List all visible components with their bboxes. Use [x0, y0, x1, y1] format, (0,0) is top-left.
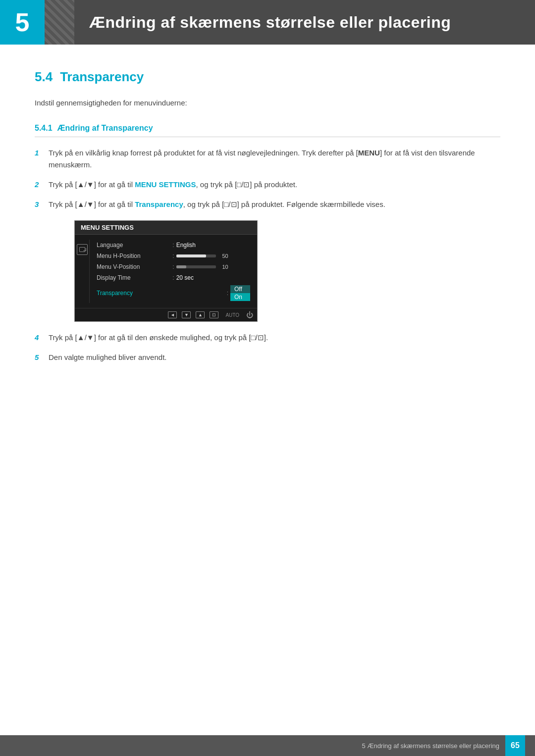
label-language: Language: [97, 242, 170, 249]
label-displaytime: Display Time: [97, 274, 170, 281]
steps-list-continued: 4 Tryk på [▲/▼] for at gå til den ønsked…: [35, 332, 500, 363]
label-transparency: Transparency: [97, 290, 225, 297]
menu-sidebar-icon: [77, 244, 88, 255]
section-title: Transparency: [60, 69, 144, 85]
transparency-dropdown: Off On: [230, 285, 250, 301]
footer-page-number: 65: [505, 735, 525, 756]
menu-title-text: MENU SETTINGS: [81, 224, 134, 231]
monitor-screenshot: MENU SETTINGS Language : English Menu: [74, 220, 258, 322]
footer-text: 5 Ændring af skærmens størrelse eller pl…: [362, 742, 499, 750]
step-4: 4 Tryk på [▲/▼] for at gå til den ønsked…: [35, 332, 500, 344]
section-heading: 5.4 Transparency: [35, 69, 500, 85]
step-3-number: 3: [35, 199, 49, 210]
step-1-text: Tryk på en vilkårlig knap forrest på pro…: [49, 147, 500, 171]
value-displaytime: 20 sec: [176, 274, 250, 281]
bar-fill-vposition: [176, 265, 186, 268]
subsection-title: Ændring af Transparency: [57, 124, 153, 133]
steps-list: 1 Tryk på en vilkårlig knap forrest på p…: [35, 147, 500, 210]
step-1-number: 1: [35, 147, 49, 159]
menu-bottom-bar: ◄ ▼ ▲ ⊡ AUTO ⏻: [75, 308, 257, 321]
bar-vposition: 10: [176, 264, 250, 270]
step-5-number: 5: [35, 352, 49, 363]
bar-fill-hposition: [176, 254, 206, 257]
bar-track-vposition: [176, 265, 216, 268]
chapter-title: Ændring af skærmens størrelse eller plac…: [89, 13, 451, 32]
label-hposition: Menu H-Position: [97, 252, 170, 259]
chapter-header: 5 Ændring af skærmens størrelse eller pl…: [0, 0, 535, 45]
btn-enter: ⊡: [210, 311, 218, 318]
btn-up: ▲: [196, 311, 205, 318]
menu-row-hposition: Menu H-Position : 50: [94, 251, 253, 261]
btn-down: ▼: [182, 311, 191, 318]
value-language: English: [176, 242, 250, 249]
step-5: 5 Den valgte mulighed bliver anvendt.: [35, 352, 500, 363]
step-5-text: Den valgte mulighed bliver anvendt.: [49, 352, 166, 363]
btn-left: ◄: [168, 311, 177, 318]
subsection-number: 5.4.1: [35, 124, 53, 133]
menu-row-vposition: Menu V-Position : 10: [94, 261, 253, 272]
bar-track-hposition: [176, 254, 216, 257]
menu-title-bar: MENU SETTINGS: [75, 221, 257, 235]
step-3: 3 Tryk på [▲/▼] for at gå til Transparen…: [35, 199, 500, 210]
step-4-number: 4: [35, 332, 49, 344]
step-2: 2 Tryk på [▲/▼] for at gå til MENU SETTI…: [35, 179, 500, 191]
bar-num-vposition: 10: [218, 264, 228, 270]
chapter-number: 5: [0, 0, 45, 45]
menu-row-displaytime: Display Time : 20 sec: [94, 272, 253, 283]
label-vposition: Menu V-Position: [97, 263, 170, 270]
label-auto: AUTO: [225, 312, 239, 318]
menu-sidebar: [75, 240, 90, 303]
header-stripes: [45, 0, 74, 45]
bar-hposition: 50: [176, 253, 250, 259]
step-2-number: 2: [35, 179, 49, 191]
bar-num-hposition: 50: [218, 253, 228, 259]
menu-row-transparency: Transparency : Off On: [94, 283, 253, 303]
menu-body: Language : English Menu H-Position : 50: [75, 235, 257, 308]
main-content: 5.4 Transparency Indstil gennemsigtighed…: [0, 69, 535, 421]
subsection-heading: 5.4.1 Ændring af Transparency: [35, 124, 500, 137]
step-4-text: Tryk på [▲/▼] for at gå til den ønskede …: [49, 332, 268, 344]
menu-rows-container: Language : English Menu H-Position : 50: [90, 240, 257, 303]
step-3-text: Tryk på [▲/▼] for at gå til Transparency…: [49, 199, 385, 210]
menu-icon-inner: [79, 247, 85, 252]
section-number: 5.4: [35, 69, 53, 85]
intro-text: Indstil gennemsigtigheden for menuvindue…: [35, 97, 500, 109]
chapter-title-area: Ændring af skærmens størrelse eller plac…: [74, 0, 535, 45]
page-footer: 5 Ændring af skærmens størrelse eller pl…: [0, 735, 535, 756]
step-2-text: Tryk på [▲/▼] for at gå til MENU SETTING…: [49, 179, 297, 191]
btn-power: ⏻: [246, 311, 253, 319]
menu-row-language: Language : English: [94, 240, 253, 251]
step-1: 1 Tryk på en vilkårlig knap forrest på p…: [35, 147, 500, 171]
